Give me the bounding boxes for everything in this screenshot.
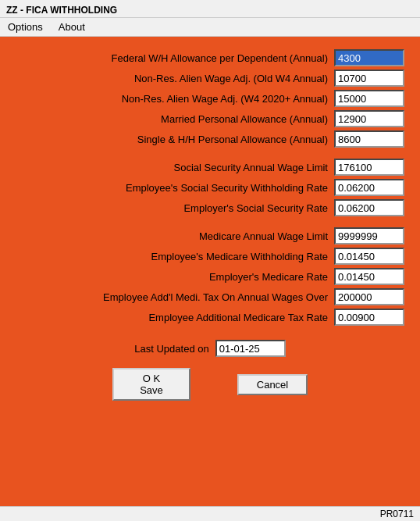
field-input[interactable] — [334, 110, 404, 127]
form-row: Employee Add'l Medi. Tax On Annual Wages… — [16, 288, 404, 305]
field-input[interactable] — [334, 288, 404, 305]
ok-save-button[interactable]: O K Save — [112, 368, 190, 401]
form-row: Non-Res. Alien Wage Adj. (Old W4 Annual) — [16, 70, 404, 87]
field-input[interactable] — [334, 90, 404, 107]
menu-about[interactable]: About — [54, 20, 90, 34]
last-updated-label: Last Updated on — [134, 343, 208, 355]
button-row: O K Save Cancel — [16, 368, 404, 401]
field-label: Employer's Medicare Rate — [209, 271, 328, 283]
form-row: Employee's Medicare Withholding Rate — [16, 248, 404, 265]
field-input[interactable] — [334, 49, 404, 66]
field-label: Medicare Annual Wage Limit — [199, 230, 328, 242]
cancel-button[interactable]: Cancel — [237, 374, 308, 395]
form-row: Employer's Social Security Rate — [16, 199, 404, 216]
field-input[interactable] — [334, 268, 404, 285]
form-row: Medicare Annual Wage Limit — [16, 227, 404, 244]
form-row: Federal W/H Allowance per Dependent (Ann… — [16, 49, 404, 66]
ok-line2: Save — [140, 384, 163, 396]
form-row: Married Personal Allowance (Annual) — [16, 110, 404, 127]
form-row: Employer's Medicare Rate — [16, 268, 404, 285]
field-label: Social Security Annual Wage Limit — [173, 162, 328, 173]
section-social-security: Social Security Annual Wage LimitEmploye… — [16, 159, 404, 219]
menu-bar: Options About — [0, 18, 420, 37]
form-row: Employee Additional Medicare Tax Rate — [16, 309, 404, 326]
field-input[interactable] — [334, 309, 404, 326]
field-label: Employer's Social Security Rate — [183, 202, 328, 214]
last-updated-row: Last Updated on — [16, 340, 404, 357]
status-text: PR0711 — [380, 509, 414, 519]
field-input[interactable] — [334, 199, 404, 216]
section-medicare: Medicare Annual Wage LimitEmployee's Med… — [16, 227, 404, 329]
field-label: Employee Additional Medicare Tax Rate — [148, 312, 328, 323]
field-label: Married Personal Allowance (Annual) — [161, 113, 328, 125]
form-row: Employee's Social Security Withholding R… — [16, 179, 404, 196]
window-title: ZZ - FICA WITHHOLDING — [6, 5, 117, 16]
field-input[interactable] — [334, 130, 404, 148]
field-label: Non-Res. Alien Wage Adj. (Old W4 Annual) — [134, 73, 328, 84]
title-bar: ZZ - FICA WITHHOLDING — [0, 0, 420, 18]
field-label: Employee's Social Security Withholding R… — [126, 182, 328, 194]
form-content: Federal W/H Allowance per Dependent (Ann… — [0, 37, 420, 506]
field-input[interactable] — [334, 227, 404, 244]
field-label: Employee's Medicare Withholding Rate — [151, 251, 328, 262]
form-row: Non-Res. Alien Wage Adj. (W4 2020+ Annua… — [16, 90, 404, 107]
main-window: ZZ - FICA WITHHOLDING Options About Fede… — [0, 0, 420, 521]
field-input[interactable] — [334, 179, 404, 196]
field-label: Federal W/H Allowance per Dependent (Ann… — [112, 52, 328, 64]
field-label: Non-Res. Alien Wage Adj. (W4 2020+ Annua… — [122, 93, 328, 105]
field-label: Employee Add'l Medi. Tax On Annual Wages… — [103, 291, 328, 303]
field-label: Single & H/H Personal Allowance (Annual) — [137, 134, 328, 145]
status-bar: PR0711 — [0, 506, 420, 521]
field-input[interactable] — [334, 70, 404, 87]
field-input[interactable] — [334, 159, 404, 176]
section-allowances: Federal W/H Allowance per Dependent (Ann… — [16, 49, 404, 151]
form-row: Social Security Annual Wage Limit — [16, 159, 404, 176]
last-updated-input[interactable] — [215, 340, 286, 357]
form-row: Single & H/H Personal Allowance (Annual) — [16, 130, 404, 148]
ok-line1: O K — [143, 373, 160, 384]
field-input[interactable] — [334, 248, 404, 265]
menu-options[interactable]: Options — [3, 20, 48, 34]
